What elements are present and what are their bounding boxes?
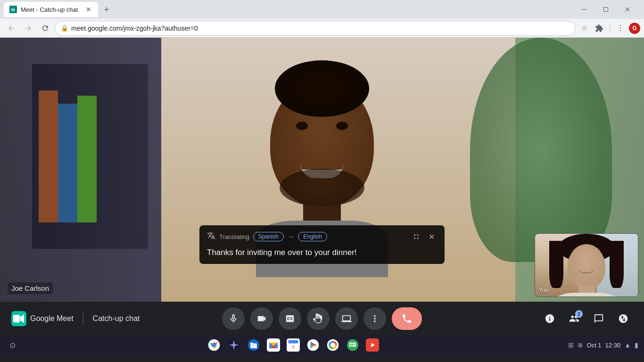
new-tab-button[interactable] xyxy=(100,3,113,16)
tab-title: Meet - Catch-up chat xyxy=(21,6,81,13)
raise-hand-button[interactable] xyxy=(307,307,330,330)
navigation-bar: 🔒 meet.google.com/jmx-zgoh-jka?authuser=… xyxy=(0,19,644,38)
taskbar-left: ⊙ xyxy=(6,338,19,352)
brand-divider xyxy=(83,313,83,324)
tab-bar: M Meet - Catch-up chat ✕ xyxy=(4,0,640,19)
svg-rect-5 xyxy=(13,315,20,322)
forward-button[interactable] xyxy=(21,21,36,36)
taskbar-right: ⊞ ⊕ Oct 1 12:30 ▲ ▮ xyxy=(568,341,638,349)
people-button[interactable]: 2 xyxy=(565,309,584,328)
taskbar-calendar-icon[interactable]: 1 xyxy=(286,337,301,353)
svg-point-9 xyxy=(212,343,216,347)
nav-action-buttons: ☆ ⋮ G xyxy=(578,22,640,35)
taskbar-chrome-icon[interactable] xyxy=(206,337,222,353)
bookmark-button[interactable]: ☆ xyxy=(578,22,591,35)
taskbar-apps: 1 xyxy=(23,337,564,353)
battery-icon: ▮ xyxy=(635,341,638,349)
profile-avatar[interactable]: G xyxy=(629,23,640,34)
expand-caption-button[interactable] xyxy=(411,231,422,242)
meeting-controls xyxy=(222,307,422,330)
more-options-button[interactable] xyxy=(363,307,386,330)
caption-header: Translating Spanish → English ✕ xyxy=(207,231,437,242)
activities-button[interactable] xyxy=(614,309,633,328)
meeting-info-button[interactable] xyxy=(540,309,559,328)
meet-video-area: Joe Carlson Translating Spanish → Englis… xyxy=(0,38,644,302)
google-meet-logo xyxy=(11,311,26,326)
self-video-feed xyxy=(535,234,638,296)
meet-branding: Google Meet Catch-up chat xyxy=(11,311,140,326)
url-display: meet.google.com/jmx-zgoh-jka?authuser=0 xyxy=(71,25,570,32)
captions-button[interactable] xyxy=(279,307,301,330)
taskbar-date: Oct 1 xyxy=(587,342,602,349)
minimize-button[interactable] xyxy=(573,2,595,17)
svg-text:M: M xyxy=(11,8,15,12)
microphone-button[interactable] xyxy=(222,307,245,330)
extensions-button[interactable] xyxy=(593,22,606,35)
end-call-button[interactable] xyxy=(392,307,422,330)
close-button[interactable] xyxy=(617,2,638,17)
address-bar[interactable]: 🔒 meet.google.com/jmx-zgoh-jka?authuser=… xyxy=(55,21,576,36)
tab-favicon: M xyxy=(9,6,17,13)
tab-close-button[interactable]: ✕ xyxy=(85,6,92,13)
caption-overlay: Translating Spanish → English ✕ Thanks f… xyxy=(199,225,445,264)
taskbar-gmail-icon[interactable] xyxy=(266,337,281,353)
svg-text:1: 1 xyxy=(292,345,295,349)
target-language-badge: English xyxy=(298,232,327,241)
svg-rect-3 xyxy=(604,8,608,12)
taskbar-gemini-icon[interactable] xyxy=(226,337,241,353)
close-caption-button[interactable]: ✕ xyxy=(426,231,437,242)
chat-button[interactable] xyxy=(589,309,608,328)
back-button[interactable] xyxy=(4,21,19,36)
caption-text: Thanks for inviting me over to your dinn… xyxy=(207,247,437,258)
notification-icon: ⊕ xyxy=(578,341,583,349)
svg-rect-14 xyxy=(289,340,298,344)
translate-icon xyxy=(207,231,215,242)
participant-name-label: Joe Carlson xyxy=(8,282,53,294)
menu-button[interactable]: ⋮ xyxy=(614,22,627,35)
wifi-icon: ▲ xyxy=(624,341,631,349)
taskbar-photos-icon[interactable] xyxy=(325,337,340,353)
present-button[interactable] xyxy=(335,307,358,330)
screen-icon: ⊞ xyxy=(568,341,574,349)
active-tab[interactable]: M Meet - Catch-up chat ✕ xyxy=(4,2,98,17)
security-icon: 🔒 xyxy=(61,25,68,32)
source-language-badge: Spanish xyxy=(253,232,284,241)
camera-button[interactable] xyxy=(250,307,273,330)
browser-title-bar: M Meet - Catch-up chat ✕ xyxy=(0,0,644,19)
people-count-badge: 2 xyxy=(575,310,583,318)
taskbar-system-icon[interactable]: ⊙ xyxy=(6,338,19,352)
google-meet-brand: Google Meet xyxy=(30,314,74,323)
taskbar-youtube-icon[interactable] xyxy=(365,337,380,353)
taskbar-files-icon[interactable] xyxy=(246,337,261,353)
window-controls xyxy=(573,2,638,17)
taskbar-time: 12:30 xyxy=(605,342,621,349)
maximize-button[interactable] xyxy=(595,2,617,17)
system-taskbar: ⊙ xyxy=(0,336,644,354)
translation-arrow: → xyxy=(288,233,294,240)
svg-rect-2 xyxy=(582,9,586,10)
reload-button[interactable] xyxy=(38,21,53,36)
self-view-label: You xyxy=(539,287,548,294)
meeting-name: Catch-up chat xyxy=(93,314,140,323)
taskbar-play-store-icon[interactable] xyxy=(305,337,321,353)
right-controls: 2 xyxy=(540,309,633,328)
taskbar-messages-icon[interactable] xyxy=(345,337,360,353)
meet-control-bar: Google Meet Catch-up chat xyxy=(0,302,644,336)
self-view-thumbnail: You xyxy=(535,233,638,297)
translating-label: Translating xyxy=(219,233,249,240)
